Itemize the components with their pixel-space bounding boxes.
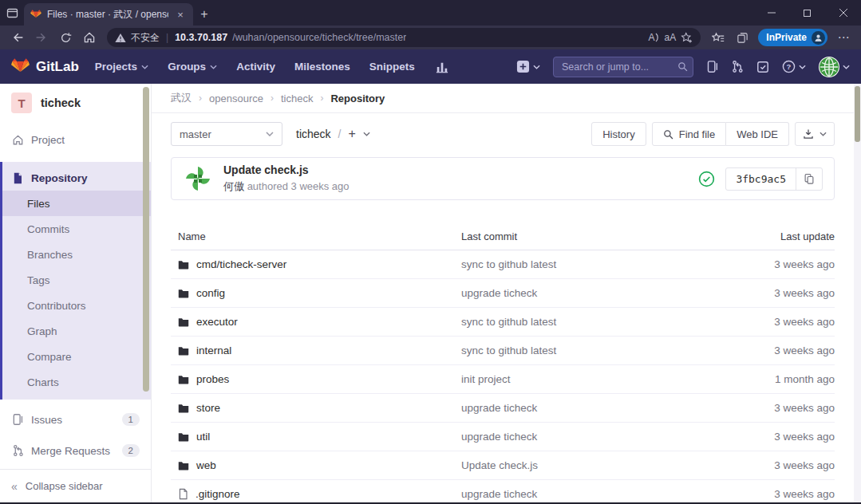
download-source-button[interactable] — [795, 122, 835, 146]
sidebar-item-merge-requests[interactable]: Merge Requests 2 — [0, 438, 151, 463]
search-icon[interactable] — [677, 61, 688, 72]
settings-menu-icon[interactable]: ⋯ — [832, 27, 855, 48]
new-tab-button[interactable]: + — [193, 3, 215, 26]
file-name-link[interactable]: executor — [196, 316, 238, 328]
breadcrumb-separator: › — [199, 93, 202, 104]
add-file-caret-icon[interactable] — [363, 132, 370, 136]
add-file-button[interactable]: + — [348, 127, 355, 141]
sidebar-item-tags[interactable]: Tags — [2, 267, 151, 293]
help-menu-icon[interactable]: ? — [782, 60, 806, 73]
file-name-link[interactable]: .gitignore — [196, 488, 240, 500]
sidebar-scrollbar-thumb[interactable] — [143, 87, 149, 392]
security-label[interactable]: 不安全 — [131, 31, 160, 45]
browser-tab[interactable]: Files · master · 武汉 / opensource × — [24, 3, 193, 26]
translate-icon[interactable]: aA — [665, 32, 677, 43]
sidebar-item-compare[interactable]: Compare — [2, 344, 151, 369]
minimize-button[interactable] — [753, 0, 789, 26]
statistics-chart-icon[interactable] — [436, 61, 448, 73]
file-name-link[interactable]: probes — [196, 373, 229, 385]
sidebar-item-graph[interactable]: Graph — [2, 318, 151, 344]
favorites-icon[interactable] — [707, 27, 729, 48]
nav-projects[interactable]: Projects — [95, 61, 148, 73]
branch-selector[interactable]: master — [171, 122, 282, 146]
address-bar[interactable]: 不安全 | 10.3.70.187 /wuhan/opensource/tich… — [107, 28, 701, 47]
page-scrollbar[interactable] — [854, 84, 861, 502]
read-aloud-icon[interactable]: A — [649, 32, 660, 43]
address-separator: | — [164, 32, 170, 43]
close-window-button[interactable] — [825, 0, 861, 26]
commit-message-link[interactable]: upgrade ticheck — [461, 431, 739, 443]
breadcrumb-subgroup[interactable]: opensource — [209, 93, 263, 104]
tree-actions: History Find file Web IDE — [591, 122, 835, 146]
issues-nav-icon[interactable] — [706, 60, 718, 73]
gitlab-logo-icon — [11, 58, 30, 76]
collapse-sidebar-button[interactable]: « Collapse sidebar — [0, 469, 151, 502]
file-name-link[interactable]: internal — [196, 345, 231, 356]
nav-groups[interactable]: Groups — [168, 61, 217, 73]
copy-hash-button[interactable] — [796, 168, 822, 190]
issues-count-badge: 1 — [122, 413, 140, 426]
todos-nav-icon[interactable] — [756, 61, 769, 73]
sidebar-item-files[interactable]: Files — [2, 191, 151, 216]
commit-message-link[interactable]: upgrade ticheck — [461, 287, 739, 299]
new-menu-plus-icon[interactable] — [516, 60, 540, 73]
breadcrumb-group[interactable]: 武汉 — [171, 91, 192, 105]
history-button[interactable]: History — [591, 122, 646, 146]
maximize-button[interactable] — [789, 0, 825, 26]
inprivate-badge[interactable]: InPrivate — [758, 29, 827, 46]
find-file-button[interactable]: Find file — [652, 122, 727, 146]
sidebar-item-branches[interactable]: Branches — [2, 242, 151, 267]
user-menu[interactable] — [819, 57, 850, 77]
sidebar-item-commits[interactable]: Commits — [2, 216, 151, 242]
header-last-commit: Last commit — [461, 230, 739, 242]
main-content: 武汉 › opensource › ticheck › Repository m… — [152, 84, 861, 502]
issues-icon — [11, 413, 24, 426]
sidebar-item-contributors[interactable]: Contributors — [2, 293, 151, 318]
home-icon[interactable] — [78, 27, 101, 48]
commit-message-link[interactable]: upgrade ticheck — [461, 402, 739, 414]
tab-close-icon[interactable]: × — [174, 9, 187, 21]
tab-favicon-gitlab-icon — [30, 10, 41, 20]
gitlab-brand[interactable]: GitLab — [11, 58, 79, 76]
folder-icon — [178, 289, 189, 298]
search-input[interactable] — [553, 57, 693, 77]
file-name-link[interactable]: cmd/ticheck-server — [196, 258, 286, 270]
collections-icon[interactable] — [731, 27, 753, 48]
file-name-link[interactable]: store — [196, 402, 220, 414]
last-update: 3 weeks ago — [739, 488, 835, 500]
commit-message-link[interactable]: sync to github latest — [461, 316, 739, 328]
back-icon[interactable] — [6, 27, 29, 48]
nav-snippets[interactable]: Snippets — [369, 61, 415, 73]
nav-activity[interactable]: Activity — [236, 61, 275, 73]
gitlab-navbar-right: ? — [516, 57, 850, 77]
commit-title-link[interactable]: Update check.js — [223, 163, 350, 176]
file-name-link[interactable]: web — [196, 459, 216, 471]
commit-message-link[interactable]: upgrade ticheck — [461, 488, 739, 500]
breadcrumb-project[interactable]: ticheck — [281, 93, 313, 104]
home-project-icon — [11, 134, 24, 146]
commit-author-link[interactable]: 何傲 — [223, 180, 244, 192]
merge-requests-nav-icon[interactable] — [731, 60, 744, 73]
sidebar-item-project[interactable]: Project — [0, 127, 151, 152]
commit-message-link[interactable]: sync to github latest — [461, 258, 739, 270]
file-name-link[interactable]: util — [196, 431, 210, 443]
sidebar-item-issues[interactable]: Issues 1 — [0, 407, 151, 432]
commit-message-link[interactable]: init project — [461, 373, 739, 385]
web-ide-button[interactable]: Web IDE — [726, 122, 789, 146]
pipeline-status-icon[interactable] — [698, 171, 715, 187]
path-project-link[interactable]: ticheck — [296, 128, 331, 140]
sidebar-item-charts[interactable]: Charts — [2, 369, 151, 395]
nav-milestones[interactable]: Milestones — [294, 61, 350, 73]
commit-message-link[interactable]: Update check.js — [461, 459, 739, 471]
tab-actions-icon[interactable] — [0, 0, 24, 26]
add-favorite-icon[interactable] — [681, 32, 693, 44]
commit-hash[interactable]: 3fbc9ac5 — [726, 168, 796, 190]
sidebar-item-repository[interactable]: Repository — [2, 165, 151, 191]
page-scrollbar-thumb[interactable] — [855, 86, 860, 142]
file-name-link[interactable]: config — [196, 287, 225, 299]
refresh-icon[interactable] — [54, 27, 77, 48]
commit-message-link[interactable]: sync to github latest — [461, 345, 739, 356]
table-row: web Update check.js 3 weeks ago — [171, 451, 835, 480]
project-header[interactable]: T ticheck — [0, 84, 151, 120]
gitlab-menu: Projects Groups Activity Milestones Snip… — [95, 61, 448, 73]
